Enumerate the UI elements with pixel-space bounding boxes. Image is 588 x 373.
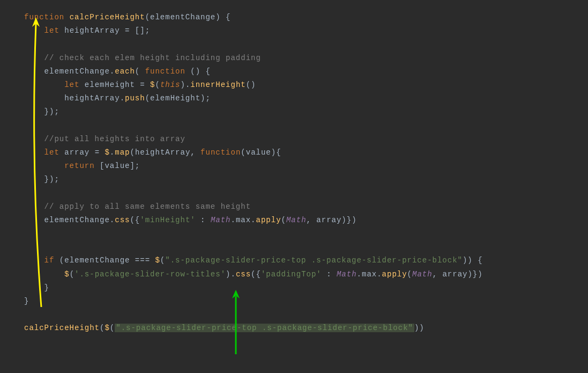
code-text: (elemHeight); [145,94,211,103]
method-name: each [115,67,135,76]
dollar: $ [64,270,69,279]
method-name: apply [256,216,281,224]
code-text: (elementChange) { [145,13,231,21]
code-text: array = [59,148,105,157]
code-text: (heightArray, [130,148,200,157]
code-text: } [24,297,29,305]
code-line: } [24,281,588,295]
math-obj: Math [412,270,433,279]
code-text: (value){ [241,148,281,157]
function-name: calcPriceHeight [70,13,145,21]
code-line: } [24,295,588,308]
keyword-this: this [160,81,181,89]
string-literal: ".s-package-slider-price-top .s-package-… [165,256,463,265]
method-name: innerHeight [190,81,245,89]
code-text: () [246,81,256,89]
dollar: $ [105,148,109,157]
code-text: (elementChange === [54,256,155,265]
code-text: ( [407,270,412,279]
code-line [24,240,588,254]
code-text: elementChange. [24,67,115,76]
code-line [24,227,588,240]
math-obj: Math [337,270,357,279]
code-line: if (elementChange === $(".s-package-slid… [24,254,588,267]
string-literal-highlighted: ".s-package-slider-price-top .s-package-… [115,324,414,332]
code-line: heightArray.push(elemHeight); [24,92,588,105]
code-text: ). [180,81,190,89]
dollar: $ [105,324,109,332]
code-line: // check each elem height including padd… [24,52,588,65]
code-line: // apply to all same elements same heigh… [24,200,588,214]
code-line [24,308,588,321]
keyword-function: function [145,67,185,76]
comment: // check each elem height including padd… [24,54,261,62]
code-text: ( [70,270,75,279]
function-call: calcPriceHeight [24,324,100,332]
code-text: ({ [251,270,261,279]
code-line: //put all heights into array [24,133,588,146]
code-line: elementChange.each( function () { [24,65,588,78]
code-text: )) { [463,256,483,265]
comment: // apply to all same elements same heigh… [24,202,251,211]
code-text: ({ [130,216,140,224]
code-text: [value]; [95,162,140,170]
code-line: return [value]; [24,159,588,173]
code-text: : [322,270,337,279]
math-obj: Math [286,216,307,224]
keyword-function: function [24,13,64,21]
code-line: let elemHeight = $(this).innerHeight() [24,78,588,92]
code-text: . [110,148,115,157]
code-line: calcPriceHeight($(".s-package-slider-pri… [24,321,588,335]
code-text: .max. [357,270,382,279]
string-literal: 'minHeight' [140,216,195,224]
method-name: css [115,216,130,224]
code-line: let array = $.map(heightArray, function(… [24,146,588,159]
code-text: () { [185,67,211,76]
code-text: ( [281,216,286,224]
keyword-function: function [200,148,241,157]
code-line: }); [24,173,588,186]
code-text: } [24,283,49,292]
math-obj: Math [211,216,231,224]
method-name: apply [382,270,407,279]
code-line [24,186,588,200]
keyword-return: return [64,162,94,170]
code-text: )) [414,324,425,332]
keyword-let: let [44,148,59,157]
keyword-if: if [44,256,55,265]
code-text: , array)}) [307,216,357,224]
code-text: }); [24,107,59,116]
keyword-let: let [64,81,79,89]
comment: //put all heights into array [24,135,185,143]
code-text: .max. [231,216,256,224]
code-line [24,119,588,133]
code-text: heightArray = []; [59,26,150,35]
method-name: push [125,94,145,103]
code-line: function calcPriceHeight(elementChange) … [24,11,588,24]
code-line: elementChange.css({'minHeight' : Math.ma… [24,214,588,227]
method-name: css [236,270,251,279]
code-text: }); [24,175,59,184]
code-line: $('.s-package-slider-row-titles').css({'… [24,268,588,281]
code-text: heightArray. [24,94,125,103]
method-name: map [115,148,130,157]
code-text: elemHeight = [79,81,150,89]
dollar: $ [155,256,160,265]
code-line: }); [24,105,588,119]
code-text: ). [226,270,236,279]
string-literal: 'paddingTop' [261,270,322,279]
code-line [24,38,588,51]
keyword-let: let [44,26,59,35]
code-text: , array)}) [433,270,483,279]
code-text: elementChange. [24,216,115,224]
code-text: ( [135,67,145,76]
code-text: ( [110,324,115,332]
code-editor[interactable]: function calcPriceHeight(elementChange) … [0,11,588,335]
code-line: let heightArray = []; [24,24,588,38]
code-text: : [196,216,211,224]
code-text: ( [160,256,165,265]
string-literal: '.s-package-slider-row-titles' [75,270,226,279]
code-text: ( [155,81,160,89]
